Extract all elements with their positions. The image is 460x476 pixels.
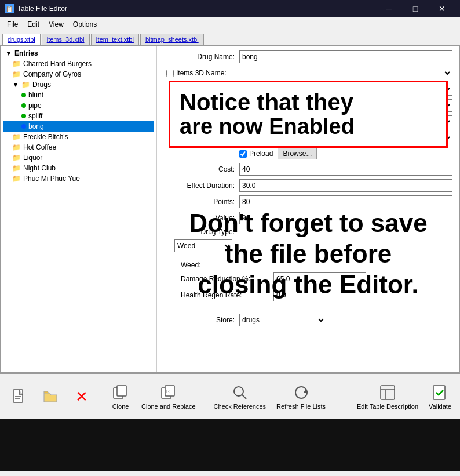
tree-root: ▼ Entries <box>3 48 154 59</box>
menu-bar: File Edit View Options <box>0 17 460 31</box>
main-content: ▼ Entries 📁 Charred Hard Burgers 📁 Compa… <box>0 45 460 373</box>
effect-duration-input[interactable] <box>239 179 452 192</box>
drug-name-label: Drug Name: <box>164 53 239 61</box>
tree-label-charred: Charred Hard Burgers <box>23 60 92 68</box>
folder-icon-freckle: 📁 <box>12 133 21 141</box>
store-label: Store: <box>164 316 239 324</box>
effect-duration-label: Effect Duration: <box>164 181 239 190</box>
tree-label-pipe: pipe <box>28 101 42 110</box>
delete-icon: ✕ <box>72 387 91 406</box>
tab-bitmapsheets[interactable]: bitmap_sheets.xtbl <box>140 34 204 45</box>
edit-table-icon <box>378 383 397 402</box>
close-button[interactable]: ✕ <box>429 0 455 17</box>
tree-item-liquor[interactable]: 📁 Liquor <box>3 152 154 163</box>
notice-overlay: Notice that they are now Enabled <box>169 81 448 148</box>
tree-expand-icon: ▼ <box>5 49 12 57</box>
folder-icon: 📁 <box>12 60 21 68</box>
tab-drugs[interactable]: drugs.xtbl <box>2 34 41 45</box>
new-button[interactable] <box>5 378 34 415</box>
open-button[interactable] <box>36 378 65 415</box>
minimize-button[interactable]: ─ <box>375 0 402 17</box>
dot-blunt <box>21 93 26 97</box>
drug-name-input[interactable] <box>239 50 452 63</box>
drug-name-row: Drug Name: <box>164 50 452 63</box>
validate-button[interactable]: Validate <box>425 378 455 415</box>
black-area <box>0 419 460 471</box>
notice-text-1: Notice that they <box>180 89 437 115</box>
store-select[interactable]: drugs <box>239 314 326 326</box>
maximize-button[interactable]: □ <box>402 0 429 17</box>
svg-rect-4 <box>117 386 126 396</box>
clone-button[interactable]: Clone <box>106 378 135 415</box>
clone-replace-icon: R <box>159 383 178 402</box>
expand-icon-drugs: ▼ <box>12 81 19 89</box>
menu-file[interactable]: File <box>2 19 23 30</box>
check-refs-button[interactable]: Check References <box>210 378 271 415</box>
tree-item-company[interactable]: 📁 Company of Gyros <box>3 69 154 79</box>
tree-item-spliff[interactable]: spliff <box>3 111 154 121</box>
points-input[interactable] <box>239 195 452 208</box>
svg-rect-0 <box>13 390 23 402</box>
toolbar-sep-2 <box>205 379 205 414</box>
svg-line-9 <box>242 395 246 399</box>
menu-options[interactable]: Options <box>68 19 101 30</box>
folder-icon-drugs: 📁 <box>21 81 30 89</box>
tree-label-nightclub: Night Club <box>23 164 56 172</box>
clone-icon <box>111 383 130 402</box>
preload-checkbox[interactable] <box>239 150 247 158</box>
tree-item-bong[interactable]: bong <box>3 121 154 132</box>
folder-icon-phuc: 📁 <box>12 175 21 183</box>
folder-icon-liquor: 📁 <box>12 154 21 162</box>
svg-rect-11 <box>381 386 395 399</box>
items3d-row: Items 3D Name: <box>164 67 452 79</box>
svg-marker-10 <box>304 389 308 393</box>
bottom-toolbar: ✕ Clone R Clone and Replace Check Refere… <box>0 373 460 419</box>
refresh-button[interactable]: Refresh File Lists <box>272 378 330 415</box>
refresh-icon <box>292 383 311 402</box>
menu-view[interactable]: View <box>44 19 68 30</box>
preload-checkbox-label: Preload <box>239 150 273 158</box>
preload-label: Preload <box>249 150 273 158</box>
tree-item-pipe[interactable]: pipe <box>3 100 154 111</box>
tree-label-blunt: blunt <box>28 91 43 99</box>
browse-button[interactable]: Browse... <box>278 148 317 159</box>
open-icon <box>41 387 60 406</box>
items3d-select[interactable] <box>229 67 452 79</box>
big-text-line1: Don't forget to save <box>163 208 454 239</box>
tree-item-phuc[interactable]: 📁 Phuc Mi Phuc Yue <box>3 173 154 184</box>
tree-item-blunt[interactable]: blunt <box>3 90 154 100</box>
delete-button[interactable]: ✕ <box>67 378 96 415</box>
tree-item-freckle[interactable]: 📁 Freckle Bitch's <box>3 132 154 142</box>
folder-icon-nightclub: 📁 <box>12 164 21 172</box>
tree-item-drugs[interactable]: ▼ 📁 Drugs <box>3 79 154 90</box>
svg-point-8 <box>234 387 243 396</box>
right-panel: Drug Name: Items 3D Name: Display Name: … <box>157 46 459 372</box>
tree-item-hotcoffee[interactable]: 📁 Hot Coffee <box>3 142 154 152</box>
notice-text-2: are now Enabled <box>180 115 437 139</box>
window-title: Table File Editor <box>17 5 67 13</box>
tab-itemtext[interactable]: Item_text.xtbl <box>91 34 139 45</box>
validate-label: Validate <box>429 403 451 410</box>
tree-label-hotcoffee: Hot Coffee <box>23 143 56 151</box>
items3d-checkbox[interactable] <box>166 70 174 77</box>
menu-edit[interactable]: Edit <box>23 19 44 30</box>
preload-row: Preload Browse... <box>164 148 452 159</box>
tree-label-company: Company of Gyros <box>23 70 81 78</box>
clone-replace-button[interactable]: R Clone and Replace <box>137 378 200 415</box>
refresh-label: Refresh File Lists <box>276 403 326 410</box>
tree-item-nightclub[interactable]: 📁 Night Club <box>3 163 154 173</box>
tab-items3d[interactable]: items_3d.xtbl <box>42 34 90 45</box>
big-text-line2: the file before <box>163 239 454 270</box>
tree-item-charred[interactable]: 📁 Charred Hard Burgers <box>3 59 154 69</box>
items3d-checkbox-label: Items 3D Name: <box>164 69 227 77</box>
edit-table-button[interactable]: Edit Table Description <box>353 378 422 415</box>
points-label: Points: <box>164 198 239 206</box>
cost-label: Cost: <box>164 165 239 173</box>
big-text-overlay: Don't forget to save the file before clo… <box>163 208 454 300</box>
left-panel: ▼ Entries 📁 Charred Hard Burgers 📁 Compa… <box>1 46 157 372</box>
tab-bar: drugs.xtbl items_3d.xtbl Item_text.xtbl … <box>0 31 460 45</box>
clone-label: Clone <box>112 403 129 410</box>
cost-input[interactable] <box>239 163 452 176</box>
svg-text:R: R <box>166 388 170 394</box>
tree-root-label: Entries <box>14 49 38 57</box>
